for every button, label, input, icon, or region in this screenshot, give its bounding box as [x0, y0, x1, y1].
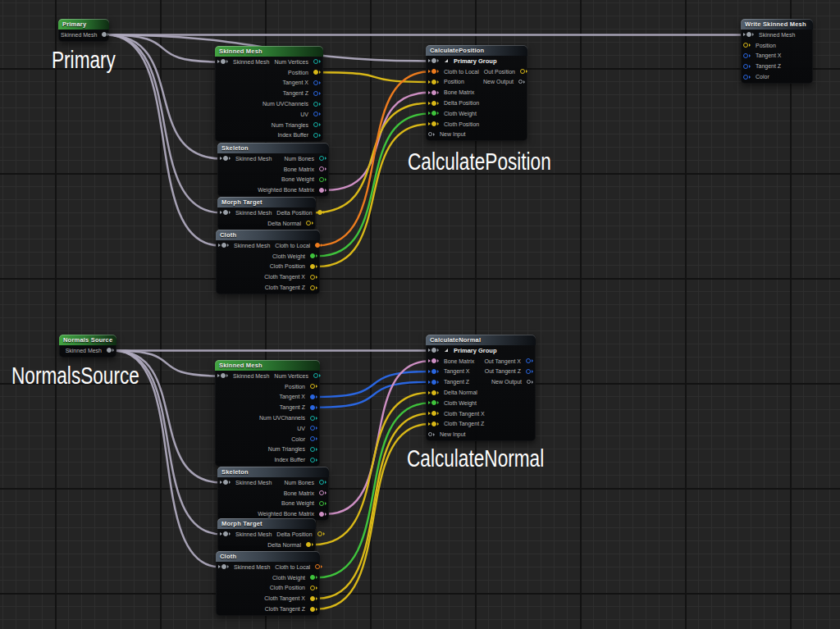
pin-new-output[interactable]: [527, 380, 533, 384]
pin-cloth-tangent-z[interactable]: [310, 285, 317, 290]
pin-skinned-mesh[interactable]: [218, 564, 229, 569]
node-title[interactable]: Skeleton: [217, 143, 329, 153]
pin-skinned-mesh[interactable]: [217, 59, 228, 64]
pin-skinned-mesh[interactable]: [107, 348, 114, 353]
pin-skinned-mesh[interactable]: [220, 210, 231, 215]
expander-icon[interactable]: [445, 59, 448, 62]
wire[interactable]: [317, 371, 430, 397]
pin-tangent-z[interactable]: [428, 380, 439, 385]
pin-new-input[interactable]: [428, 132, 435, 136]
pin-new-output[interactable]: [518, 80, 525, 84]
pin-num-uvchannels[interactable]: [313, 102, 321, 107]
node-morph-bottom[interactable]: Morph TargetSkinned MeshDelta PositionDe…: [217, 518, 316, 552]
pin-position[interactable]: [310, 384, 317, 389]
pin-bone-weight[interactable]: [319, 177, 326, 182]
node-title[interactable]: Morph Target: [217, 197, 316, 207]
node-title[interactable]: CalculateNormal: [426, 335, 536, 345]
node-skeleton-bottom[interactable]: SkeletonSkinned MeshNum BonesBone Matrix…: [217, 467, 329, 521]
pin-num-triangles[interactable]: [313, 122, 321, 127]
pin-cloth-weight[interactable]: [428, 400, 439, 405]
node-title[interactable]: Skeleton: [217, 467, 329, 477]
pin-num-uvchannels[interactable]: [310, 416, 317, 421]
pin-skinned-mesh[interactable]: [218, 243, 229, 248]
node-calc-normal[interactable]: CalculateNormalPrimary GroupBone MatrixO…: [426, 335, 536, 441]
pin-skinned-mesh[interactable]: [220, 480, 231, 485]
node-skinned-bottom[interactable]: Skinned MeshSkinned MeshNum VerticesPosi…: [215, 360, 320, 467]
pin-bone-weight[interactable]: [319, 501, 326, 506]
expander-icon[interactable]: [445, 349, 448, 352]
pin-position[interactable]: [743, 43, 751, 48]
pin-tangent-z[interactable]: [310, 405, 317, 410]
wire[interactable]: [317, 413, 430, 599]
pin-bone-matrix[interactable]: [428, 90, 439, 95]
pin-skinned-mesh[interactable]: [220, 531, 231, 536]
graph-canvas[interactable]: PrimarySkinned MeshWrite Skinned MeshSki…: [0, 0, 840, 629]
pin-skinned-mesh[interactable]: [220, 156, 231, 161]
pin-delta-position[interactable]: [317, 531, 325, 536]
pin-tangent-x[interactable]: [310, 394, 317, 399]
node-skinned-top[interactable]: Skinned MeshSkinned MeshNum VerticesPosi…: [215, 46, 323, 142]
node-normals-source[interactable]: Normals SourceSkinned Mesh: [59, 335, 116, 358]
pin-cloth-position[interactable]: [428, 121, 439, 126]
pin-delta-position[interactable]: [428, 101, 439, 106]
pin-delta-position[interactable]: [317, 210, 325, 215]
pin-cloth-to-local[interactable]: [315, 243, 322, 248]
node-title[interactable]: Morph Target: [217, 518, 316, 529]
pin-position[interactable]: [313, 70, 321, 75]
wire[interactable]: [317, 124, 430, 267]
pin-tangent-x[interactable]: [313, 80, 321, 85]
pin-weighted-bone-matrix[interactable]: [319, 512, 326, 517]
pin-tangent-z[interactable]: [313, 91, 321, 96]
node-morph-top[interactable]: Morph TargetSkinned MeshDelta PositionDe…: [217, 197, 316, 230]
node-title[interactable]: Cloth: [216, 230, 320, 240]
wire[interactable]: [317, 113, 430, 256]
pin-out-tangent-x[interactable]: [526, 358, 533, 363]
node-cloth-top[interactable]: ClothSkinned MeshCloth to LocalCloth Wei…: [216, 230, 320, 294]
pin-cloth-tangent-x[interactable]: [310, 596, 317, 601]
pin-weighted-bone-matrix[interactable]: [319, 188, 326, 193]
pin-num-triangles[interactable]: [310, 447, 317, 452]
pin-tangent-z[interactable]: [743, 64, 751, 69]
pin-cloth-weight[interactable]: [428, 111, 439, 116]
pin-uv[interactable]: [313, 112, 321, 116]
pin-bone-matrix[interactable]: [319, 166, 326, 171]
pin-tangent-x[interactable]: [743, 53, 751, 58]
pin-primary-group[interactable]: [428, 348, 439, 353]
pin-num-bones[interactable]: [319, 480, 326, 485]
pin-color[interactable]: [310, 436, 317, 441]
pin-bone-matrix[interactable]: [428, 358, 439, 363]
pin-skinned-mesh[interactable]: [102, 32, 109, 37]
pin-num-bones[interactable]: [319, 156, 326, 161]
wire[interactable]: [317, 403, 430, 577]
node-cloth-bottom[interactable]: ClothSkinned MeshCloth to LocalCloth Wei…: [216, 551, 320, 616]
pin-position[interactable]: [428, 80, 439, 84]
node-title[interactable]: Cloth: [216, 551, 320, 562]
pin-cloth-tangent-z[interactable]: [310, 607, 317, 612]
pin-skinned-mesh[interactable]: [217, 373, 228, 378]
pin-delta-normal[interactable]: [428, 390, 439, 395]
pin-primary-group[interactable]: [428, 58, 439, 63]
pin-num-vertices[interactable]: [313, 373, 321, 378]
pin-color[interactable]: [743, 75, 751, 80]
pin-out-position[interactable]: [520, 69, 527, 74]
pin-skinned-mesh[interactable]: [743, 32, 754, 37]
pin-uv[interactable]: [310, 426, 317, 431]
pin-index-buffer[interactable]: [310, 458, 317, 463]
node-title[interactable]: Primary: [58, 19, 109, 30]
node-title[interactable]: Write Skinned Mesh: [741, 19, 813, 30]
node-calc-position[interactable]: CalculatePositionPrimary GroupCloth to L…: [426, 45, 527, 141]
pin-cloth-tangent-x[interactable]: [428, 411, 439, 416]
pin-delta-normal[interactable]: [306, 221, 313, 226]
node-skeleton-top[interactable]: SkeletonSkinned MeshNum BonesBone Matrix…: [217, 143, 329, 197]
pin-cloth-position[interactable]: [310, 264, 317, 269]
pin-cloth-to-local[interactable]: [315, 564, 322, 569]
pin-cloth-tangent-x[interactable]: [310, 275, 317, 280]
pin-tangent-x[interactable]: [428, 369, 439, 374]
pin-cloth-tangent-z[interactable]: [428, 422, 439, 426]
pin-cloth-weight[interactable]: [310, 253, 317, 258]
wire[interactable]: [107, 34, 220, 245]
pin-cloth-to-local[interactable]: [428, 69, 439, 74]
node-title[interactable]: Normals Source: [59, 335, 116, 345]
node-title[interactable]: Skinned Mesh: [215, 360, 320, 371]
pin-new-input[interactable]: [428, 432, 435, 436]
